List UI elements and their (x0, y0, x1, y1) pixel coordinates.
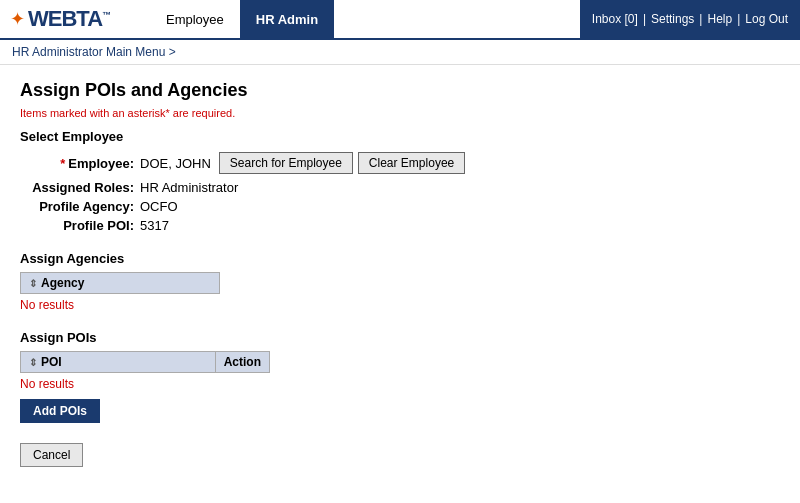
required-note: Items marked with an asterisk* are requi… (20, 107, 780, 119)
logo-text: WEBTA™ (28, 6, 110, 32)
select-employee-title: Select Employee (20, 129, 780, 144)
assign-pois-title: Assign POIs (20, 330, 780, 345)
webta-logo-icon: ✦ (10, 8, 25, 30)
poi-sort-icon: ⇕ (29, 357, 37, 368)
agency-column-header[interactable]: ⇕ Agency (21, 273, 219, 293)
assign-pois-section: Assign POIs ⇕ POI Action No results Add … (20, 330, 780, 423)
agencies-table-header: ⇕ Agency (20, 272, 220, 294)
employee-field-label: *Employee: (20, 156, 140, 171)
footer-actions: Cancel (20, 443, 780, 467)
profile-agency-value: OCFO (140, 199, 178, 214)
profile-agency-label: Profile Agency: (20, 199, 140, 214)
profile-agency-row: Profile Agency: OCFO (20, 199, 780, 214)
assign-agencies-title: Assign Agencies (20, 251, 780, 266)
settings-link[interactable]: Settings (651, 12, 694, 26)
logo-area: ✦ WEBTA™ (0, 0, 150, 38)
poi-column-header[interactable]: ⇕ POI (21, 352, 216, 372)
inbox-link[interactable]: Inbox [0] (592, 12, 638, 26)
tab-hr-admin[interactable]: HR Admin (240, 0, 334, 38)
assigned-roles-label: Assigned Roles: (20, 180, 140, 195)
profile-poi-value: 5317 (140, 218, 169, 233)
search-for-employee-button[interactable]: Search for Employee (219, 152, 353, 174)
pois-table-header: ⇕ POI Action (20, 351, 270, 373)
assign-agencies-section: Assign Agencies ⇕ Agency No results (20, 251, 780, 312)
agencies-no-results: No results (20, 298, 780, 312)
assigned-roles-row: Assigned Roles: HR Administrator (20, 180, 780, 195)
required-star: * (60, 156, 65, 171)
help-link[interactable]: Help (707, 12, 732, 26)
add-pois-button[interactable]: Add POIs (20, 399, 100, 423)
tab-employee[interactable]: Employee (150, 0, 240, 38)
profile-poi-label: Profile POI: (20, 218, 140, 233)
logout-link[interactable]: Log Out (745, 12, 788, 26)
main-content: Assign POIs and Agencies Items marked wi… (0, 65, 800, 482)
employee-value: DOE, JOHN (140, 156, 211, 171)
nav-tabs: Employee HR Admin (150, 0, 334, 38)
pois-no-results: No results (20, 377, 780, 391)
breadcrumb-home-link[interactable]: HR Administrator Main Menu (12, 45, 165, 59)
breadcrumb-separator: > (169, 45, 176, 59)
assigned-roles-value: HR Administrator (140, 180, 238, 195)
profile-poi-row: Profile POI: 5317 (20, 218, 780, 233)
clear-employee-button[interactable]: Clear Employee (358, 152, 465, 174)
breadcrumb: HR Administrator Main Menu > (0, 40, 800, 65)
header: ✦ WEBTA™ Employee HR Admin Inbox [0] | S… (0, 0, 800, 40)
action-column-header: Action (216, 352, 269, 372)
employee-row: *Employee: DOE, JOHN Search for Employee… (20, 152, 780, 174)
logo-tm: ™ (102, 10, 110, 20)
sort-icon: ⇕ (29, 278, 37, 289)
cancel-button[interactable]: Cancel (20, 443, 83, 467)
page-title: Assign POIs and Agencies (20, 80, 780, 101)
right-nav: Inbox [0] | Settings | Help | Log Out (580, 0, 800, 38)
